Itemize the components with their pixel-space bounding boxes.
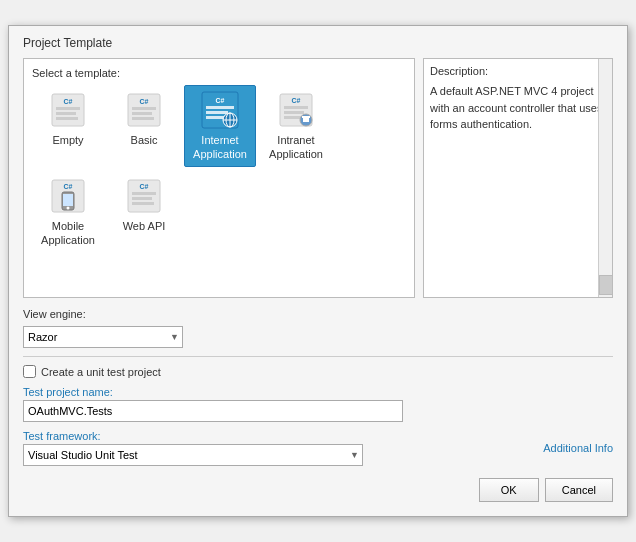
svg-rect-26 [302, 116, 310, 118]
svg-text:C#: C# [140, 98, 149, 105]
svg-rect-7 [132, 107, 156, 110]
svg-rect-35 [132, 197, 152, 200]
template-panel: Select a template: C# Empty [23, 58, 415, 298]
view-engine-row: View engine: [23, 308, 613, 320]
svg-text:C#: C# [64, 98, 73, 105]
svg-rect-25 [303, 118, 309, 122]
view-engine-select-row: Razor ASPX ▼ [23, 326, 613, 348]
test-framework-select-wrapper[interactable]: Visual Studio Unit Test ▼ [23, 444, 363, 466]
additional-info-link[interactable]: Additional Info [543, 442, 613, 454]
test-project-name-group: Test project name: [23, 386, 613, 422]
internet-template-label: Internet Application [187, 133, 253, 162]
description-section-label: Description: [430, 65, 606, 77]
description-scrollbar[interactable] [598, 59, 612, 297]
test-framework-select[interactable]: Visual Studio Unit Test [23, 444, 363, 466]
basic-template-icon: C# [124, 90, 164, 130]
description-panel: Description: A default ASP.NET MVC 4 pro… [423, 58, 613, 298]
unit-test-checkbox-label[interactable]: Create a unit test project [41, 366, 161, 378]
mobile-template-label: Mobile Application [35, 219, 101, 248]
empty-template-icon: C# [48, 90, 88, 130]
basic-template-label: Basic [131, 133, 158, 147]
divider [23, 356, 613, 357]
template-item-empty[interactable]: C# Empty [32, 85, 104, 167]
test-framework-label: Test framework: [23, 430, 535, 442]
svg-text:C#: C# [292, 97, 301, 104]
test-project-name-input[interactable] [23, 400, 403, 422]
view-engine-select[interactable]: Razor ASPX [23, 326, 183, 348]
template-item-mobile[interactable]: C# Mobile Application [32, 171, 104, 253]
svg-text:C#: C# [216, 97, 225, 104]
description-text: A default ASP.NET MVC 4 project with an … [430, 83, 606, 133]
svg-rect-4 [56, 117, 78, 120]
svg-rect-34 [132, 192, 156, 195]
ok-button[interactable]: OK [479, 478, 539, 502]
test-framework-row: Test framework: Visual Studio Unit Test … [23, 430, 613, 466]
template-item-webapi[interactable]: C# Web API [108, 171, 180, 253]
empty-template-label: Empty [52, 133, 83, 147]
scrollbar-thumb[interactable] [599, 275, 613, 295]
template-item-basic[interactable]: C# Basic [108, 85, 180, 167]
svg-rect-36 [132, 202, 154, 205]
cancel-button[interactable]: Cancel [545, 478, 613, 502]
template-item-intranet[interactable]: C# Intranet Application [260, 85, 332, 167]
dialog-title: Project Template [23, 36, 613, 50]
svg-rect-9 [132, 117, 154, 120]
svg-rect-22 [284, 111, 304, 114]
svg-rect-13 [206, 111, 228, 114]
template-item-internet[interactable]: C# Internet Application [184, 85, 256, 167]
mobile-template-icon: C# [48, 176, 88, 216]
test-framework-group: Test framework: Visual Studio Unit Test … [23, 430, 535, 466]
svg-text:C#: C# [64, 183, 73, 190]
webapi-template-label: Web API [123, 219, 166, 233]
bottom-section: View engine: Razor ASPX ▼ Create a unit … [23, 308, 613, 502]
svg-rect-30 [63, 194, 73, 206]
test-project-name-label: Test project name: [23, 386, 613, 398]
project-template-dialog: Project Template Select a template: C# [8, 25, 628, 517]
intranet-template-label: Intranet Application [263, 133, 329, 162]
unit-test-checkbox-row: Create a unit test project [23, 365, 613, 378]
internet-template-icon: C# [200, 90, 240, 130]
unit-test-checkbox[interactable] [23, 365, 36, 378]
svg-rect-2 [56, 107, 80, 110]
svg-rect-21 [284, 106, 308, 109]
svg-rect-3 [56, 112, 76, 115]
button-row: OK Cancel [23, 478, 613, 502]
view-engine-label: View engine: [23, 308, 86, 320]
intranet-template-icon: C# [276, 90, 316, 130]
template-grid: C# Empty C# [32, 85, 406, 252]
view-engine-select-wrapper[interactable]: Razor ASPX ▼ [23, 326, 183, 348]
svg-rect-8 [132, 112, 152, 115]
template-section-label: Select a template: [32, 67, 406, 79]
svg-rect-12 [206, 106, 234, 109]
svg-text:C#: C# [140, 183, 149, 190]
svg-point-31 [67, 206, 70, 209]
webapi-template-icon: C# [124, 176, 164, 216]
